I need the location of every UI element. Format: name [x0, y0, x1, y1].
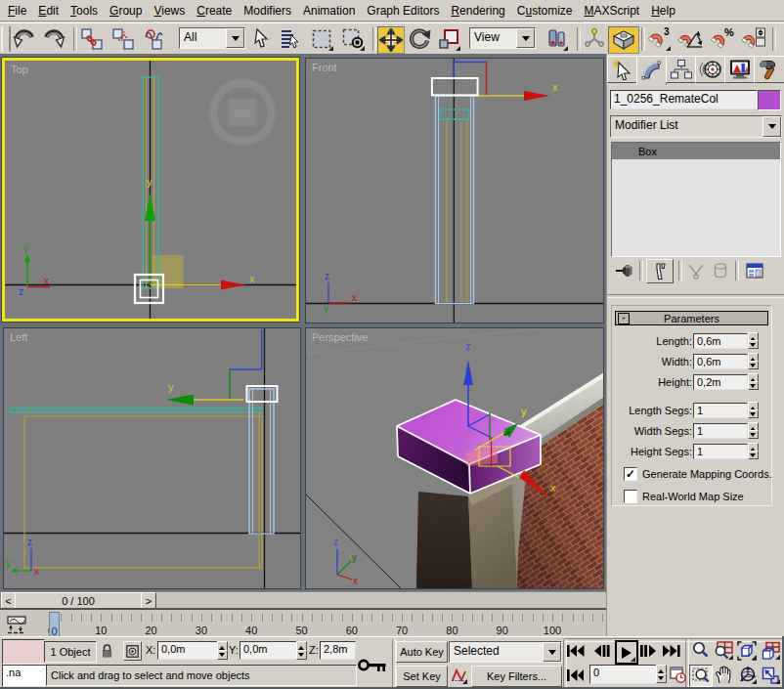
- pan-view-button[interactable]: [713, 665, 734, 685]
- tab-modify[interactable]: [636, 56, 667, 85]
- param-field[interactable]: 0,2m: [693, 374, 748, 390]
- viewport-front[interactable]: x z x y Front: [305, 58, 604, 323]
- selection-set-arrow[interactable]: [543, 642, 561, 662]
- current-frame-marker[interactable]: 0: [49, 612, 60, 638]
- select-and-manipulate-button[interactable]: [582, 26, 607, 52]
- select-and-link-button[interactable]: [79, 26, 105, 52]
- track-bar-ruler[interactable]: 0102030405060708090100: [35, 612, 606, 638]
- use-pivot-point-center-button[interactable]: [544, 26, 569, 52]
- tab-utilities[interactable]: [754, 56, 784, 83]
- maxscript-mini-listener-pink[interactable]: [2, 639, 45, 665]
- param-field[interactable]: 1: [693, 423, 748, 439]
- modifier-list-arrow[interactable]: [762, 116, 781, 137]
- menu-graph-editors[interactable]: Graph Editors: [361, 4, 445, 18]
- angle-snap-toggle-button[interactable]: [677, 26, 703, 52]
- menu-file[interactable]: File: [2, 4, 32, 18]
- viewport-perspective[interactable]: z y x z y x Perspective: [305, 327, 604, 589]
- select-and-scale-button[interactable]: [436, 26, 461, 52]
- toolbar-grip[interactable]: [1, 26, 11, 52]
- key-filter-toggle-button[interactable]: [449, 666, 468, 685]
- select-by-name-button[interactable]: [278, 26, 303, 52]
- bind-to-space-warp-button[interactable]: [142, 26, 167, 52]
- zoom-region-button[interactable]: [689, 665, 713, 687]
- tab-display[interactable]: [724, 56, 755, 83]
- menu-views[interactable]: Views: [148, 4, 191, 18]
- checkbox[interactable]: [624, 490, 637, 503]
- zoom-extents-button[interactable]: [736, 640, 758, 661]
- time-slider-prev-button[interactable]: <: [1, 592, 16, 609]
- keyboard-shortcut-override-toggle[interactable]: [608, 26, 639, 54]
- next-frame-button[interactable]: [637, 641, 659, 661]
- spinner-snap-toggle-button[interactable]: [741, 26, 766, 52]
- zoom-all-button[interactable]: [713, 640, 734, 661]
- absolute-mode-transform-toggle[interactable]: [123, 641, 142, 661]
- current-frame-field[interactable]: 0: [589, 665, 659, 684]
- modifier-list-combo[interactable]: Modifier List: [610, 115, 782, 138]
- selection-filter-combo[interactable]: All: [179, 27, 245, 49]
- object-name-field[interactable]: 1_0256_RemateCol: [610, 90, 758, 109]
- y-coord-spinner[interactable]: [296, 641, 305, 658]
- redo-button[interactable]: [41, 26, 66, 52]
- parameters-rollout-header[interactable]: - Parameters: [615, 311, 768, 325]
- go-to-end-button[interactable]: [661, 641, 681, 661]
- zoom-extents-all-button[interactable]: [760, 640, 781, 661]
- show-end-result-button[interactable]: [646, 259, 674, 283]
- menu-tools[interactable]: Tools: [65, 4, 104, 18]
- viewport-left-label[interactable]: Left: [10, 331, 27, 343]
- z-coord-field[interactable]: 2,8m: [320, 641, 356, 660]
- tab-motion[interactable]: [695, 56, 725, 83]
- menu-modifiers[interactable]: Modifiers: [238, 4, 297, 18]
- menu-rendering[interactable]: Rendering: [445, 4, 510, 18]
- menu-animation[interactable]: Animation: [297, 4, 361, 18]
- rectangular-selection-region-button[interactable]: [309, 26, 334, 52]
- menu-create[interactable]: Create: [191, 4, 238, 18]
- checkbox[interactable]: ✓: [624, 467, 637, 481]
- param-field[interactable]: 1: [693, 444, 748, 459]
- maxscript-mini-listener[interactable]: .na: [2, 665, 48, 687]
- key-mode-toggle-button[interactable]: [565, 666, 586, 685]
- select-object-button[interactable]: [249, 26, 275, 52]
- viewport-top[interactable]: y x y x z Top: [2, 58, 299, 322]
- time-slider-handle[interactable]: 0 / 100: [15, 592, 142, 609]
- configure-modifier-sets-button[interactable]: [743, 259, 766, 281]
- tab-create[interactable]: [607, 56, 637, 83]
- y-coord-field[interactable]: 0,0m: [240, 641, 299, 660]
- menu-customize[interactable]: Customize: [511, 4, 579, 18]
- go-to-start-button[interactable]: [565, 641, 586, 661]
- reference-coordinate-system-combo[interactable]: View: [469, 27, 536, 49]
- previous-frame-button[interactable]: [591, 641, 613, 661]
- remove-modifier-button[interactable]: [709, 259, 732, 281]
- auto-key-button[interactable]: Auto Key: [396, 641, 448, 663]
- modifier-stack-list[interactable]: Box: [611, 142, 781, 257]
- make-unique-button[interactable]: [684, 259, 708, 281]
- param-field[interactable]: 0,6m: [693, 354, 748, 369]
- viewport-front-label[interactable]: Front: [312, 62, 337, 73]
- menu-help[interactable]: Help: [645, 4, 681, 18]
- select-and-move-button[interactable]: [377, 26, 405, 54]
- selection-lock-toggle[interactable]: [100, 642, 113, 660]
- set-key-button[interactable]: Set Key: [396, 666, 448, 687]
- zoom-button[interactable]: [689, 640, 711, 661]
- time-slider-next-button[interactable]: >: [141, 592, 156, 609]
- viewport-left[interactable]: y z y x Left: [3, 327, 301, 589]
- param-field[interactable]: 1: [693, 403, 748, 418]
- window-crossing-button[interactable]: [340, 26, 366, 52]
- viewport-top-label[interactable]: Top: [11, 64, 28, 75]
- tab-hierarchy[interactable]: [666, 56, 696, 83]
- select-and-rotate-button[interactable]: [407, 26, 432, 52]
- viewport-perspective-label[interactable]: Perspective: [312, 331, 368, 343]
- selection-set-combo[interactable]: Selected: [449, 641, 562, 663]
- x-coord-spinner[interactable]: [217, 641, 226, 658]
- snaps-toggle-button[interactable]: 3: [646, 26, 672, 52]
- arc-rotate-button[interactable]: [736, 665, 758, 685]
- time-configuration-button[interactable]: [668, 665, 687, 684]
- maximize-viewport-toggle[interactable]: [760, 665, 781, 685]
- frame-spinner[interactable]: [656, 665, 665, 681]
- key-filters-button[interactable]: Key Filters...: [471, 666, 562, 687]
- x-coord-field[interactable]: 0,0m: [157, 641, 220, 660]
- undo-button[interactable]: [12, 26, 37, 52]
- reference-coordinate-system-arrow[interactable]: [516, 28, 535, 48]
- rollout-collapse-icon[interactable]: -: [618, 313, 630, 324]
- menu-group[interactable]: Group: [104, 4, 148, 18]
- unlink-selection-button[interactable]: [110, 26, 136, 52]
